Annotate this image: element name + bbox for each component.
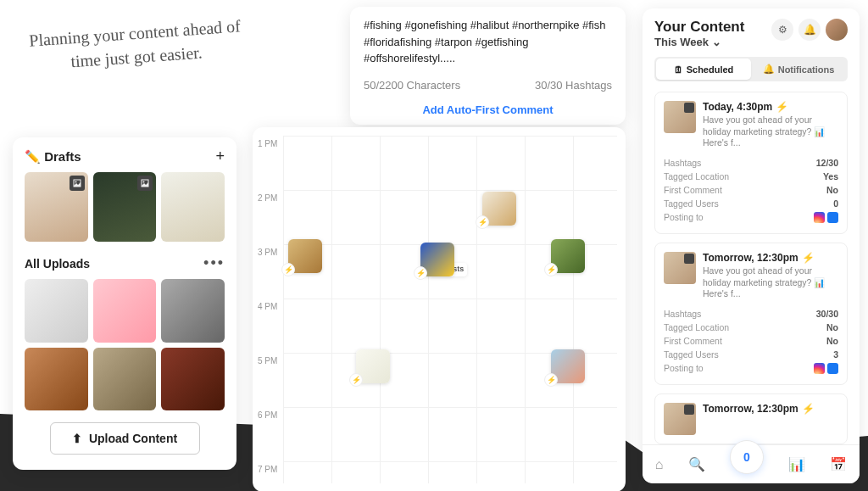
time-label: 6 PM [258, 410, 277, 465]
bell-icon: 🔔 [804, 24, 816, 36]
tab-notifications[interactable]: 🔔 Notifications [751, 59, 846, 80]
gear-icon: ⚙ [778, 24, 787, 36]
drafts-title-label: Drafts [44, 149, 81, 164]
your-content-panel: Your Content This Week ⌄ ⚙ 🔔 🗓 Scheduled… [643, 8, 860, 483]
meta-label: Tagged Location [664, 322, 729, 332]
image-icon [70, 176, 85, 191]
hashtag-counter: 30/30 Hashtags [535, 79, 612, 92]
svg-point-3 [143, 181, 145, 183]
week-selector[interactable]: This Week ⌄ [654, 36, 744, 48]
post-thumbnail [664, 403, 696, 435]
bolt-icon: ⚡ [281, 263, 295, 276]
time-label: 7 PM [258, 465, 277, 491]
time-label: 4 PM [258, 302, 277, 356]
nav-analytics[interactable]: 📊 [788, 456, 805, 472]
user-avatar[interactable] [826, 19, 848, 41]
settings-button[interactable]: ⚙ [771, 19, 793, 41]
facebook-icon [827, 363, 838, 374]
tab-notifications-label: Notifications [778, 64, 835, 75]
notifications-button[interactable]: 🔔 [798, 19, 821, 41]
bolt-icon: ⚡ [802, 252, 815, 264]
meta-label: Hashtags [664, 158, 701, 168]
add-first-comment-link[interactable]: Add Auto-First Comment [364, 98, 612, 116]
scheduled-post-card[interactable]: Today, 4:30pm ⚡ Have you got ahead of yo… [654, 92, 848, 234]
facebook-icon [827, 212, 838, 223]
caption-hashtags: #fishing #gonefishing #halibut #northern… [364, 17, 612, 67]
bolt-icon: ⚡ [776, 101, 788, 113]
uploads-grid [25, 279, 225, 410]
week-selector-label: This Week [654, 36, 709, 48]
meta-label: First Comment [664, 185, 722, 195]
chevron-down-icon: ⌄ [712, 36, 721, 48]
calendar-panel: 1 PM 2 PM 3 PM 4 PM 5 PM 6 PM 7 PM ⚡ ⚡ ⚡… [253, 127, 626, 491]
bolt-icon: ⚡ [349, 373, 363, 387]
upload-thumb[interactable] [161, 279, 225, 343]
meta-value: 0 [833, 198, 838, 209]
instagram-icon [814, 212, 825, 223]
draft-thumb[interactable] [93, 172, 157, 242]
post-description: Have you got ahead of your holiday marke… [703, 265, 838, 300]
upload-thumb[interactable] [25, 279, 88, 343]
search-icon: 🔍 [688, 457, 705, 471]
caption-meta: 50/2200 Characters 30/30 Hashtags [364, 79, 612, 92]
meta-label: Posting to [664, 212, 704, 223]
upload-thumb[interactable] [25, 348, 88, 411]
pencil-icon: ✏️ [25, 149, 41, 164]
caption-card: #fishing #gonefishing #halibut #northern… [350, 7, 626, 125]
upload-thumb[interactable] [161, 348, 225, 411]
upload-content-button[interactable]: ⬆ Upload Content [50, 422, 200, 455]
draft-thumb[interactable] [161, 172, 225, 242]
meta-label: Hashtags [664, 309, 701, 319]
nav-search[interactable]: 🔍 [688, 456, 705, 472]
nav-home[interactable]: ⌂ [655, 457, 664, 472]
bolt-icon: ⚡ [802, 403, 815, 415]
post-description: Have you got ahead of your holiday marke… [703, 114, 838, 149]
meta-label: First Comment [664, 336, 722, 346]
more-options-button[interactable]: ••• [203, 254, 225, 272]
bolt-icon: ⚡ [544, 373, 558, 387]
calendar-grid[interactable]: ⚡ ⚡ ⚡ +2 Posts ⚡ ⚡ ⚡ [283, 136, 617, 483]
meta-value: No [826, 336, 838, 346]
meta-value: Yes [823, 171, 838, 181]
image-icon [137, 176, 153, 191]
drafts-panel: ✏️ Drafts + All Uploads ••• ⬆ Upload Con… [13, 137, 236, 470]
time-label: 5 PM [258, 356, 277, 410]
bell-icon: 🔔 [763, 64, 775, 75]
home-icon: ⌂ [655, 457, 664, 471]
post-thumbnail [664, 101, 696, 133]
calendar-icon: 📅 [830, 457, 847, 471]
upload-thumb[interactable] [93, 279, 157, 343]
meta-value: No [826, 185, 838, 195]
meta-value: 12/30 [816, 158, 838, 168]
post-heading: Tomorrow, 12:30pm ⚡ [703, 252, 838, 264]
instagram-icon [814, 363, 825, 374]
bolt-icon: ⚡ [544, 263, 558, 276]
bolt-icon: ⚡ [414, 266, 427, 280]
post-heading: Today, 4:30pm ⚡ [703, 101, 838, 113]
tagline-text: Planning your content ahead of time just… [19, 14, 251, 77]
meta-value: No [826, 322, 838, 332]
drafts-row [25, 172, 225, 242]
upload-thumb[interactable] [93, 348, 157, 411]
meta-label: Tagged Location [664, 171, 729, 181]
meta-value: 30/30 [816, 309, 838, 319]
add-draft-button[interactable]: + [215, 148, 225, 165]
post-thumbnail [664, 252, 696, 284]
bolt-icon: ⚡ [476, 215, 489, 229]
all-uploads-title: All Uploads [25, 257, 90, 271]
content-tabs: 🗓 Scheduled 🔔 Notifications [654, 57, 848, 81]
nav-calendar[interactable]: 📅 [830, 456, 847, 472]
upload-button-label: Upload Content [89, 432, 177, 445]
draft-thumb[interactable] [25, 172, 88, 242]
scheduled-post-card[interactable]: Tomorrow, 12:30pm ⚡ [654, 393, 848, 444]
meta-label: Tagged Users [664, 349, 719, 360]
tab-scheduled-label: Scheduled [687, 64, 734, 75]
chart-icon: 📊 [788, 457, 805, 471]
nav-center-counter[interactable]: 0 [730, 440, 764, 474]
tab-scheduled[interactable]: 🗓 Scheduled [656, 59, 751, 80]
social-icons [814, 212, 838, 223]
time-axis: 1 PM 2 PM 3 PM 4 PM 5 PM 6 PM 7 PM [258, 139, 277, 491]
panel-title: Your Content [654, 19, 744, 36]
upload-icon: ⬆ [72, 432, 82, 445]
scheduled-post-card[interactable]: Tomorrow, 12:30pm ⚡ Have you got ahead o… [654, 243, 848, 385]
